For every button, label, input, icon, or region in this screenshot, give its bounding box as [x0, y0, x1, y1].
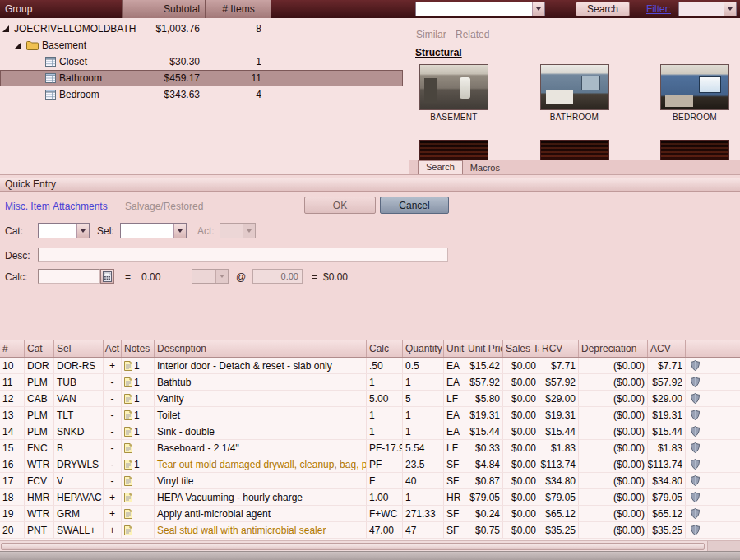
filter-link[interactable]: Filter: — [646, 3, 671, 15]
table-row[interactable]: 13 PLM TLT - 1 Toilet 1 1 EA $19.31 $0.0… — [0, 407, 740, 423]
table-row[interactable]: 12 CAB VAN - 1 Vanity 5.00 5 LF $5.80 $0… — [0, 391, 740, 407]
cancel-button[interactable]: Cancel — [380, 197, 449, 214]
item-description: Vanity — [155, 391, 367, 406]
ok-button[interactable]: OK — [304, 197, 376, 214]
cat-input[interactable] — [39, 224, 76, 238]
description-field[interactable] — [38, 248, 448, 262]
expand-collapse-icon[interactable] — [2, 25, 9, 32]
item-category: PLM — [25, 423, 54, 439]
item-category: PLM — [25, 407, 54, 423]
thumbnail-image[interactable] — [540, 64, 609, 110]
item-notes-cell[interactable]: 1 — [122, 358, 155, 373]
related-link[interactable]: Related — [456, 29, 489, 40]
column-header-unit-price[interactable]: Unit Price — [465, 340, 503, 357]
column-header-unit[interactable]: Unit — [444, 340, 465, 357]
cat-combobox[interactable] — [38, 223, 90, 238]
table-row[interactable]: 14 PLM SNKD - 1 Sink - double 1 1 EA $15… — [0, 423, 740, 440]
item-notes-cell[interactable] — [122, 489, 155, 505]
column-header-cat[interactable]: Cat — [25, 340, 54, 357]
table-row[interactable]: 16 WTR DRYWLS - 1 Tear out mold damaged … — [0, 456, 740, 473]
column-header-rcv[interactable]: RCV — [539, 340, 579, 357]
item-quantity: 5.54 — [403, 440, 444, 456]
calculator-button[interactable] — [100, 269, 114, 284]
item-depreciation: ($0.00) — [579, 391, 648, 406]
tree-row[interactable]: Basement — [0, 37, 403, 53]
thumbnail[interactable]: BEDROOM — [660, 64, 729, 122]
column-header-acv[interactable]: ACV — [648, 340, 686, 357]
horizontal-scrollbar[interactable] — [0, 540, 740, 551]
thumbnail-image[interactable] — [419, 140, 488, 160]
thumbnail[interactable]: BATHROOM — [540, 64, 609, 122]
column-header-notes[interactable]: Notes — [122, 340, 155, 357]
similar-link[interactable]: Similar — [416, 29, 446, 40]
misc-item-link[interactable]: Misc. Item — [5, 201, 50, 212]
tab-macros[interactable]: Macros — [463, 162, 507, 174]
thumbnail-image[interactable] — [660, 64, 729, 110]
table-row[interactable]: 20 PNT SWALL+ + Seal stud wall with anti… — [0, 522, 740, 539]
item-sales-tax: $0.00 — [503, 374, 539, 390]
table-row[interactable]: 18 HMR HEPAVAC + HEPA Vacuuming - hourly… — [0, 489, 740, 506]
column-header-act[interactable]: Act — [104, 340, 122, 357]
column-header-depreciation[interactable]: Depreciation — [579, 340, 648, 357]
search-panel-tabs: Search Macros — [409, 160, 740, 174]
column-header-sales-tax[interactable]: Sales Tax — [503, 340, 539, 357]
category-heading[interactable]: Structural — [415, 47, 462, 58]
scrollbar-thumb[interactable] — [1, 543, 705, 550]
search-button[interactable]: Search — [576, 2, 630, 16]
column-header-calc[interactable]: Calc — [367, 340, 403, 357]
item-sales-tax: $0.00 — [503, 489, 539, 505]
calc-field[interactable] — [38, 269, 100, 284]
column-header-quantity[interactable]: Quantity — [403, 340, 444, 357]
items-column-header[interactable]: # Items — [206, 0, 271, 18]
column-header--[interactable]: # — [0, 340, 25, 357]
tree-row-item-count: 11 — [206, 70, 268, 86]
search-input[interactable] — [416, 2, 532, 16]
item-notes-cell[interactable]: 1 — [122, 391, 155, 406]
group-column-header[interactable]: Group — [5, 3, 32, 15]
tab-search[interactable]: Search — [418, 160, 463, 174]
filter-combobox[interactable] — [678, 2, 737, 16]
unit-price-field: 0.00 — [252, 269, 303, 284]
item-notes-cell[interactable]: 1 — [122, 456, 155, 472]
filter-input[interactable] — [679, 2, 724, 16]
thumbnail-image[interactable] — [540, 140, 609, 160]
tree-row[interactable]: Bedroom $343.63 4 — [0, 86, 403, 103]
item-notes-cell[interactable] — [122, 522, 155, 538]
cat-dropdown-button[interactable] — [76, 224, 89, 238]
table-row[interactable]: 17 FCV V - Vinyl tile F 40 SF $0.87 $0.0… — [0, 473, 740, 489]
search-combobox[interactable] — [415, 2, 545, 16]
item-notes-cell[interactable] — [122, 473, 155, 488]
table-row[interactable]: 11 PLM TUB - 1 Bathtub 1 1 EA $57.92 $0.… — [0, 374, 740, 391]
item-notes-cell[interactable]: 1 — [122, 374, 155, 390]
item-notes-cell[interactable] — [122, 506, 155, 521]
sel-combobox[interactable] — [120, 223, 187, 238]
filter-dropdown-button[interactable] — [724, 2, 736, 16]
item-unit: SF — [444, 522, 465, 538]
room-icon — [45, 90, 56, 100]
thumbnail-image[interactable] — [660, 140, 729, 160]
sel-dropdown-button[interactable] — [173, 224, 186, 238]
item-rcv: $35.25 — [539, 522, 579, 538]
column-header-description[interactable]: Description — [155, 340, 367, 357]
subtotal-column-header[interactable]: Subtotal — [122, 0, 206, 18]
folder-icon — [26, 40, 39, 50]
thumbnail-image[interactable] — [419, 64, 488, 110]
attachments-link[interactable]: Attachments — [53, 201, 108, 212]
item-notes-cell[interactable]: 1 — [122, 423, 155, 439]
table-row[interactable]: 10 DOR DOR-RS + 1 Interior door - Detach… — [0, 358, 740, 374]
tree-row-subtotal — [123, 37, 204, 53]
tree-row[interactable]: Closet $30.30 1 — [0, 53, 403, 70]
tree-row-subtotal: $30.30 — [123, 53, 204, 70]
column-header-sel[interactable]: Sel — [54, 340, 104, 357]
shield-icon — [691, 475, 700, 486]
thumbnail[interactable]: BASEMENT — [419, 64, 488, 122]
item-notes-cell[interactable]: 1 — [122, 407, 155, 423]
table-row[interactable]: 15 FNC B - Baseboard - 2 1/4" PF-17.96 5… — [0, 440, 740, 456]
item-notes-cell[interactable] — [122, 440, 155, 456]
tree-row[interactable]: Bathroom $459.17 11 — [0, 70, 403, 86]
expand-collapse-icon[interactable] — [15, 42, 21, 49]
table-row[interactable]: 19 WTR GRM + Apply anti-microbial agent … — [0, 506, 740, 522]
tree-row[interactable]: JOECRIVELLOMOLDBATH $1,003.76 8 — [0, 21, 403, 37]
sel-input[interactable] — [121, 224, 173, 238]
search-dropdown-button[interactable] — [532, 2, 544, 16]
